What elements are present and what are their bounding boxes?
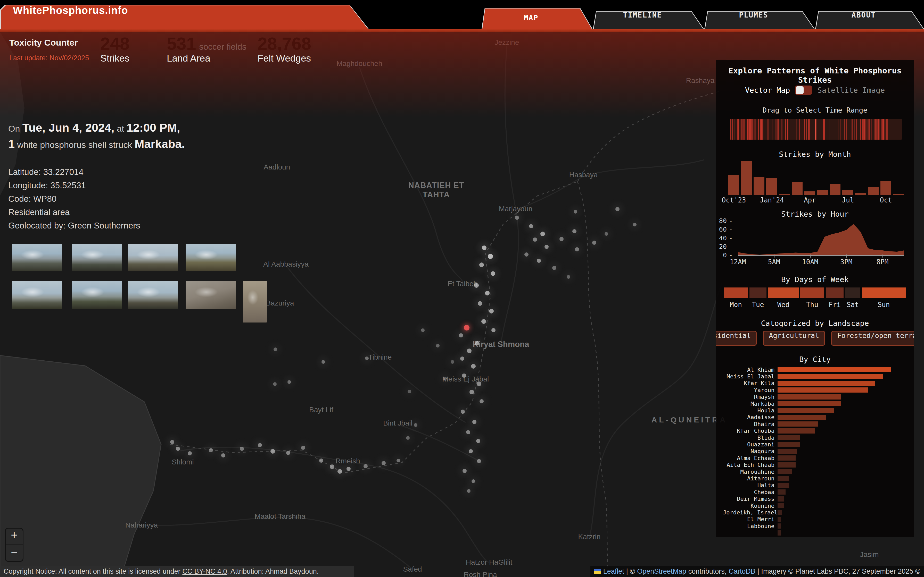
city-bar[interactable]: [777, 517, 781, 522]
by-city-chart: Al KhiamMeiss El JabalKfar KilaYarounRma…: [723, 366, 907, 536]
city-bar[interactable]: [777, 503, 784, 508]
filter-residential-button[interactable]: Residential: [716, 331, 757, 346]
time-range-selector[interactable]: [730, 119, 902, 140]
city-name: Al Khiam: [723, 367, 774, 373]
filter-agricultural-button[interactable]: Agricultural: [763, 331, 825, 346]
day-segment-thu[interactable]: [800, 287, 824, 298]
city-name: El Merri: [723, 516, 774, 522]
day-segment-sun[interactable]: [862, 287, 906, 298]
month-bar[interactable]: [766, 178, 777, 195]
month-tick-label: Apr: [804, 196, 816, 204]
city-bar[interactable]: [777, 524, 781, 529]
site-title-tab[interactable]: WhitePhosphorus.info: [0, 5, 369, 29]
city-bar[interactable]: [777, 374, 883, 379]
city-row: Labboune: [723, 523, 907, 529]
city-bar[interactable]: [777, 483, 789, 488]
city-row: Markaba: [723, 400, 907, 407]
strikes-by-hour-chart[interactable]: 020406080 12AM5AM10AM3PM8PM: [716, 219, 914, 270]
filter-forested-button[interactable]: Forested/open terrain: [831, 331, 914, 346]
hour-x-tick: 8PM: [876, 258, 888, 266]
city-bar[interactable]: [777, 455, 796, 461]
basemap-toggle-switch[interactable]: [795, 85, 812, 95]
month-bar[interactable]: [868, 187, 879, 195]
city-bar[interactable]: [777, 401, 841, 406]
strikes-by-month-chart[interactable]: [727, 161, 905, 195]
day-segment-tue[interactable]: [750, 287, 766, 298]
hour-x-tick: 3PM: [840, 258, 852, 266]
leaflet-link[interactable]: Leaflet: [603, 567, 624, 575]
city-bar[interactable]: [777, 387, 868, 393]
city-name: Deir Mimass: [723, 496, 774, 502]
satellite-image-label[interactable]: Satellite Image: [817, 86, 885, 95]
zoom-in-button[interactable]: +: [6, 529, 23, 545]
day-segment-fri[interactable]: [826, 287, 844, 298]
day-segment-sat[interactable]: [845, 287, 860, 298]
cc-license-link[interactable]: CC BY-NC 4.0: [182, 567, 227, 575]
month-bar[interactable]: [855, 193, 866, 195]
tab-map[interactable]: MAP: [481, 8, 593, 29]
panel-title: Explore Patterns of White Phosphorus Str…: [716, 66, 914, 84]
city-bar[interactable]: [777, 496, 784, 501]
city-bar[interactable]: [777, 469, 792, 474]
hour-x-tickmark: [810, 255, 811, 258]
city-bar[interactable]: [777, 435, 800, 440]
city-row: Aadaisse: [723, 414, 907, 421]
month-bar[interactable]: [754, 177, 764, 195]
city-name: Dhaira: [723, 421, 774, 427]
city-bar[interactable]: [777, 463, 796, 467]
month-bar[interactable]: [880, 181, 891, 195]
zoom-out-button[interactable]: −: [6, 545, 23, 561]
day-label: Fri: [826, 301, 844, 309]
city-row: Dhaira: [723, 421, 907, 427]
vector-map-label[interactable]: Vector Map: [745, 86, 790, 95]
day-segment-mon[interactable]: [724, 287, 748, 298]
incident-photo-1[interactable]: [12, 244, 62, 271]
tab-about[interactable]: ABOUT: [815, 11, 924, 29]
tab-timeline[interactable]: TIMELINE: [593, 11, 704, 29]
month-bar[interactable]: [729, 175, 739, 195]
tab-about-label: ABOUT: [815, 11, 912, 29]
city-bar[interactable]: [777, 381, 875, 386]
osm-link[interactable]: OpenStreetMap: [637, 567, 686, 575]
incident-photo-8[interactable]: [186, 281, 236, 309]
city-bar[interactable]: [777, 367, 891, 372]
month-bar[interactable]: [842, 190, 853, 195]
month-bar[interactable]: [792, 182, 803, 195]
month-bar[interactable]: [779, 194, 790, 195]
city-bar[interactable]: [777, 429, 815, 434]
incident-photo-9[interactable]: [243, 281, 267, 322]
city-bar[interactable]: [777, 442, 800, 447]
strikes-by-month-title: Strikes by Month: [716, 150, 914, 159]
city-name: Kfar Kila: [723, 380, 774, 387]
hour-x-tick: 10AM: [802, 258, 818, 266]
incident-photo-6[interactable]: [72, 281, 122, 309]
city-bar[interactable]: [777, 408, 834, 413]
incident-photo-4[interactable]: [186, 244, 236, 271]
incident-photo-7[interactable]: [128, 281, 178, 309]
month-tick-label: Oct'23: [722, 196, 746, 204]
month-bar[interactable]: [830, 184, 840, 195]
city-bar[interactable]: [777, 476, 789, 481]
city-bar[interactable]: [777, 394, 841, 400]
incident-photo-3[interactable]: [128, 244, 178, 271]
day-segment-wed[interactable]: [768, 287, 799, 298]
tab-plumes[interactable]: PLUMES: [704, 11, 815, 29]
incident-photo-2[interactable]: [72, 244, 122, 271]
city-bar[interactable]: [777, 449, 797, 454]
incident-photo-5[interactable]: [12, 281, 62, 309]
month-bar[interactable]: [817, 190, 828, 195]
city-bar[interactable]: [777, 489, 785, 495]
month-bar[interactable]: [741, 161, 752, 195]
day-label: Sun: [862, 301, 906, 309]
month-bar[interactable]: [893, 194, 904, 195]
header-red-strip: [0, 29, 924, 32]
hour-x-tickmark: [774, 255, 774, 258]
city-bar[interactable]: [777, 421, 818, 427]
cartodb-link[interactable]: CartoDB: [729, 567, 755, 575]
city-bar[interactable]: [777, 510, 782, 515]
hour-x-tickmark: [738, 255, 738, 258]
month-bar[interactable]: [804, 192, 815, 195]
city-name: Ouazzani: [723, 441, 774, 448]
city-bar[interactable]: [777, 415, 826, 420]
city-row: Ouazzani: [723, 441, 907, 448]
